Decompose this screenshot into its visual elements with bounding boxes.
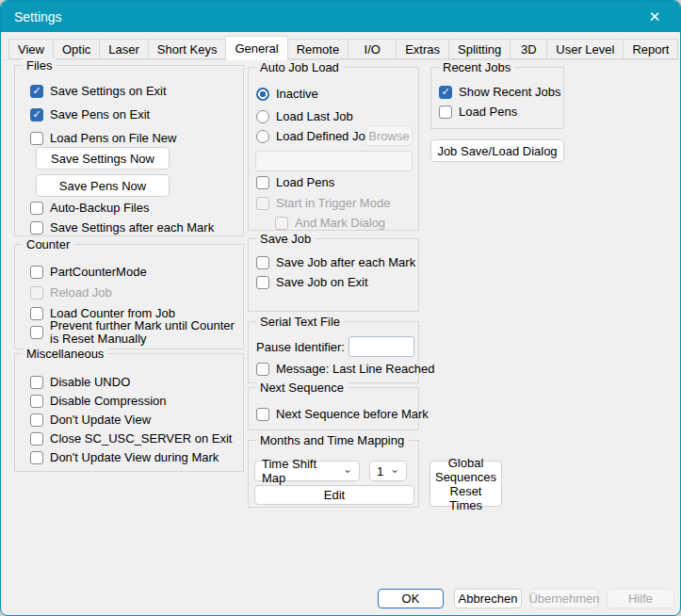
checkbox-close-sc-usc-server-on-exit[interactable]: Close SC_USC_SERVER on Exit (30, 430, 232, 446)
checkbox-icon (256, 176, 269, 189)
checkbox-icon: ✓ (439, 86, 452, 99)
tab-general[interactable]: General (225, 36, 287, 60)
checkbox-save-job-on-exit[interactable]: Save Job on Exit (256, 274, 368, 290)
edit-button[interactable]: Edit (254, 485, 414, 505)
chevron-down-icon: ⌄ (390, 462, 399, 476)
group-files: Files ✓ Save Settings on Exit ✓ Save Pen… (14, 65, 244, 236)
checkbox-icon: ✓ (30, 108, 43, 122)
checkbox-icon (30, 202, 43, 215)
group-auto-job-load: Auto Job Load Inactive Load Last Job Loa… (248, 67, 419, 231)
checkbox-recent-jobs-load-pens[interactable]: Load Pens (439, 104, 517, 120)
group-serial-text-file-legend: Serial Text File (256, 315, 344, 329)
save-pens-now-button[interactable]: Save Pens Now (36, 174, 170, 197)
job-save-load-dialog-button[interactable]: Job Save/Load Dialog (430, 139, 564, 162)
help-button[interactable]: Hilfe (607, 589, 674, 608)
checkbox-icon (256, 256, 269, 269)
checkbox-part-counter-mode[interactable]: PartCounterMode (30, 264, 147, 280)
time-shift-map-value: Time Shift Map (262, 457, 343, 485)
checkbox-start-in-trigger-mode[interactable]: Start in Trigger Mode (256, 195, 390, 211)
checkbox-icon (256, 276, 269, 289)
group-recent-jobs-legend: Recent Jobs (439, 60, 514, 74)
group-save-job: Save Job Save Job after each Mark Save J… (248, 238, 419, 312)
checkbox-icon (30, 451, 43, 464)
checkbox-icon (30, 286, 43, 300)
group-recent-jobs: Recent Jobs ✓ Show Recent Jobs Load Pens (430, 67, 564, 129)
checkbox-icon (30, 132, 43, 145)
ok-button[interactable]: OK (378, 589, 444, 608)
global-sequences-reset-times-button[interactable]: Global Sequences Reset Times (430, 461, 502, 507)
checkbox-save-job-after-each-mark[interactable]: Save Job after each Mark (256, 254, 415, 270)
defined-job-input[interactable] (255, 151, 413, 171)
cancel-button[interactable]: Abbrechen (454, 589, 522, 608)
group-counter-legend: Counter (23, 237, 73, 251)
checkbox-save-settings-on-exit[interactable]: ✓ Save Settings on Exit (30, 83, 167, 99)
group-save-job-legend: Save Job (256, 232, 315, 246)
radio-load-defined-job[interactable]: Load Defined Job (256, 128, 372, 144)
pause-identifier-input[interactable] (349, 336, 414, 357)
checkbox-icon (30, 221, 43, 235)
group-months-time-mapping-legend: Months and Time Mapping (256, 433, 408, 447)
checkbox-icon: ✓ (30, 85, 43, 98)
group-next-sequence: Next Sequence Next Sequence before Mark (248, 387, 419, 430)
tab-report[interactable]: Report (623, 39, 678, 59)
group-counter: Counter PartCounterMode Reload Job Load … (14, 244, 244, 349)
group-miscellaneous: Miscellaneous Disable UNDO Disable Compr… (14, 353, 244, 472)
checkbox-load-pens[interactable]: Load Pens (256, 174, 334, 190)
checkbox-icon (30, 376, 43, 389)
apply-button[interactable]: Übernehmen (530, 589, 598, 608)
checkbox-icon (256, 363, 269, 376)
tab-view[interactable]: View (8, 39, 54, 59)
checkbox-dont-update-view-during-mark[interactable]: Don't Update View during Mark (30, 449, 219, 465)
checkbox-icon (30, 266, 43, 279)
tab-short-keys[interactable]: Short Keys (148, 39, 227, 59)
tab-splitting[interactable]: Splitting (448, 39, 511, 59)
group-miscellaneous-legend: Miscellaneous (23, 347, 107, 361)
settings-dialog: Settings ✕ View Optic Laser Short Keys G… (0, 0, 681, 616)
browse-button[interactable]: Browse (365, 125, 413, 146)
radio-inactive[interactable]: Inactive (256, 86, 318, 102)
tab-user-level[interactable]: User Level (546, 39, 624, 59)
tab-remote[interactable]: Remote (287, 39, 349, 59)
close-icon[interactable]: ✕ (642, 8, 667, 25)
radio-icon (256, 110, 269, 123)
checkbox-icon (256, 408, 269, 421)
tab-io[interactable]: I/O (348, 39, 397, 59)
checkbox-disable-undo[interactable]: Disable UNDO (30, 374, 130, 390)
checkbox-message-last-line-reached[interactable]: Message: Last Line Reached (256, 361, 434, 377)
checkbox-save-settings-after-each-mark[interactable]: Save Settings after each Mark (30, 219, 214, 235)
save-settings-now-button[interactable]: Save Settings Now (36, 147, 170, 170)
group-files-legend: Files (23, 58, 56, 73)
checkbox-save-pens-on-exit[interactable]: ✓ Save Pens on Exit (30, 106, 150, 122)
group-auto-job-load-legend: Auto Job Load (256, 60, 343, 74)
checkbox-icon (30, 326, 43, 339)
tab-optic[interactable]: Optic (53, 39, 100, 59)
tab-extras[interactable]: Extras (396, 39, 449, 59)
checkbox-reload-job[interactable]: Reload Job (30, 284, 112, 300)
radio-icon (256, 130, 269, 143)
map-index-select[interactable]: 1 ⌄ (369, 461, 407, 481)
tab-strip: View Optic Laser Short Keys General Remo… (1, 35, 680, 60)
checkbox-next-sequence-before-mark[interactable]: Next Sequence before Mark (256, 406, 429, 422)
group-months-time-mapping: Months and Time Mapping Time Shift Map ⌄… (248, 440, 419, 508)
checkbox-icon (275, 217, 288, 230)
checkbox-auto-backup-files[interactable]: Auto-Backup Files (30, 200, 150, 216)
tab-laser[interactable]: Laser (99, 39, 149, 59)
checkbox-prevent-further-mark[interactable]: Prevent further Mark until Counter is Re… (30, 318, 235, 347)
tab-3d[interactable]: 3D (510, 39, 547, 59)
group-serial-text-file: Serial Text File Pause Identifier: Messa… (248, 321, 419, 383)
checkbox-icon (30, 395, 43, 408)
chevron-down-icon: ⌄ (343, 462, 352, 476)
checkbox-show-recent-jobs[interactable]: ✓ Show Recent Jobs (439, 84, 560, 100)
radio-icon (256, 88, 269, 101)
checkbox-icon (439, 105, 452, 119)
radio-load-last-job[interactable]: Load Last Job (256, 108, 353, 124)
checkbox-icon (256, 197, 269, 210)
checkbox-and-mark-dialog[interactable]: And Mark Dialog (275, 215, 385, 231)
window-title: Settings (14, 9, 642, 24)
time-shift-map-select[interactable]: Time Shift Map ⌄ (254, 461, 360, 481)
title-bar[interactable]: Settings ✕ (1, 1, 680, 32)
checkbox-dont-update-view[interactable]: Don't Update View (30, 412, 151, 428)
checkbox-disable-compression[interactable]: Disable Compression (30, 393, 167, 409)
checkbox-icon (30, 413, 43, 427)
checkbox-load-pens-on-file-new[interactable]: Load Pens on File New (30, 130, 176, 146)
